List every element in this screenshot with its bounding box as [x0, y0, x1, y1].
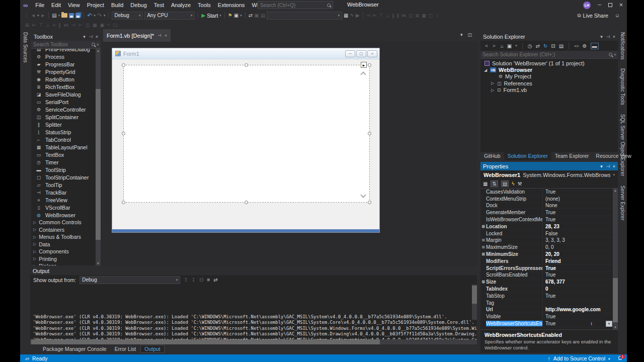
tab-output[interactable]: Output — [140, 345, 165, 353]
panel-close-icon[interactable]: × — [613, 34, 615, 39]
property-value[interactable]: 20, 20 — [542, 251, 613, 257]
property-value[interactable]: True — [542, 189, 613, 195]
toolbox-category[interactable]: ▷ Menus & Toolbars — [31, 233, 96, 241]
alphabetical-icon[interactable]: ⇅ — [491, 180, 498, 187]
back-dropdown-icon[interactable]: ▾ — [37, 14, 39, 18]
toolbox-item[interactable]: ▤ PrintPreviewDialog — [31, 49, 96, 53]
minimize-button[interactable]: ─ — [598, 3, 601, 8]
layout-icon[interactable]: ⊤ — [379, 13, 383, 18]
tab-close-icon[interactable]: × — [165, 33, 167, 38]
tab-solution-explorer[interactable]: Solution Explorer — [504, 152, 551, 160]
save-icon[interactable] — [69, 13, 74, 18]
find-symbols-icon[interactable]: ⇄ — [249, 13, 253, 18]
toolbox-search-box[interactable]: ▾ — [31, 41, 101, 49]
layout-tool-icon[interactable]: ⊢ — [78, 23, 83, 28]
preview-dropdown-icon[interactable]: ▾ — [240, 14, 242, 18]
back-icon[interactable]: ◄ — [484, 43, 489, 48]
toolbox-category[interactable]: ▷ Data — [31, 241, 96, 248]
toolbox-item[interactable]: ◉ RadioButton — [31, 75, 96, 83]
tab-package-manager-console[interactable]: Package Manager Console — [39, 345, 110, 352]
toolbox-item[interactable]: ⊣ TrackBar — [31, 189, 96, 196]
scrollbar-thumb[interactable] — [472, 286, 477, 304]
expand-icon[interactable]: ⊞ — [480, 280, 486, 284]
property-row[interactable]: ⊞ MinimumSize 20, 20 — [480, 251, 613, 258]
panel-pin-icon[interactable]: ⊤ — [605, 35, 610, 39]
clear-all-icon[interactable]: ⊟ — [199, 278, 203, 283]
undo-icon[interactable]: ↶ — [87, 13, 92, 19]
tree-item-form1[interactable]: ▷ ⊡ Form1.vb — [480, 87, 618, 94]
tree-item-my-project[interactable]: ⚙ My Project — [480, 73, 618, 80]
property-row[interactable]: Visible True — [480, 313, 613, 320]
property-value[interactable]: 3, 3, 3, 3 — [542, 237, 613, 244]
property-row[interactable]: ⊞ MaximumSize 0, 0 — [480, 244, 613, 251]
toolbox-item[interactable]: ▬ ToolStrip — [31, 166, 96, 173]
layout-tool-icon[interactable]: ⊥ — [46, 23, 50, 28]
resize-handle[interactable] — [368, 63, 371, 67]
property-value[interactable]: (none) — [542, 196, 613, 202]
property-row[interactable]: Dock None — [480, 203, 613, 210]
toolbox-item[interactable]: ≡ TreeView — [31, 196, 96, 204]
find-message-icon[interactable]: ↥ — [184, 278, 188, 283]
output-source-select[interactable]: Debug▾ — [79, 276, 180, 284]
panel-close-icon[interactable]: × — [613, 164, 615, 169]
property-row[interactable]: Tag — [480, 300, 613, 307]
property-value[interactable]: 0, 0 — [542, 244, 613, 250]
toolbox-item[interactable]: ∥ Splitter — [31, 121, 96, 128]
property-row[interactable]: CausesValidation True — [480, 189, 613, 196]
resize-handle[interactable] — [122, 63, 125, 67]
new-project-icon[interactable]: ▤ — [52, 13, 56, 18]
property-value[interactable]: True — [542, 272, 613, 279]
tree-item-solution[interactable]: Solution 'WebBrowser' (1 of 1 project) — [480, 60, 618, 66]
toolbox-item[interactable]: ⚙ Process — [31, 53, 96, 60]
view-code-icon[interactable]: <> — [574, 44, 579, 48]
panel-menu-icon[interactable]: ▾ — [600, 164, 603, 169]
layout-icon[interactable]: ∥ — [392, 13, 394, 18]
live-share-button[interactable]: ⧉ Live Share — [577, 13, 608, 19]
toolbox-category[interactable]: ▷ Containers — [31, 226, 96, 234]
redo-dropdown-icon[interactable]: ▾ — [104, 14, 106, 18]
toolbox-search-input[interactable] — [33, 42, 90, 47]
menu-item[interactable]: Analyze — [168, 2, 194, 9]
source-control-dropdown-icon[interactable]: ▴ — [608, 356, 610, 360]
comment-icon[interactable]: ▣ — [254, 13, 259, 18]
toolbox-item[interactable]: ≣ RichTextBox — [31, 83, 96, 90]
property-row[interactable]: ScrollBarsEnabled True — [480, 272, 613, 279]
run-macro-icon[interactable]: ▶ — [356, 13, 360, 18]
resize-handle[interactable] — [368, 201, 371, 204]
property-value[interactable]: 28, 23 — [542, 223, 613, 230]
tab-team-explorer[interactable]: Team Explorer — [551, 152, 593, 160]
side-tab-data-sources[interactable]: Data Sources — [23, 32, 28, 63]
layout-tool-icon[interactable]: ⊣ — [71, 23, 75, 28]
layout-tool-icon[interactable]: ∥ — [58, 23, 61, 28]
layout-tool-icon[interactable]: ▣ — [100, 23, 105, 28]
active-files-icon[interactable]: ▾ — [460, 32, 463, 37]
sync-icon[interactable]: ⇄ — [536, 43, 540, 49]
layout-tool-icon[interactable]: ⊨ — [32, 23, 36, 28]
property-value[interactable]: True I ▾ — [542, 320, 613, 327]
debug-target-select[interactable]: Debug▾ — [112, 12, 143, 20]
property-value[interactable]: False — [542, 230, 613, 237]
chevron-right-icon[interactable]: ▷ — [491, 81, 495, 85]
toolbox-menu-icon[interactable]: ▾ — [83, 34, 86, 39]
toolbox-scrollbar[interactable]: ▲ ▼ — [96, 49, 101, 265]
menu-item[interactable]: View — [64, 2, 84, 9]
preview-selected-icon[interactable]: ▬ — [591, 43, 599, 49]
smart-tag-button[interactable]: ▶ — [361, 62, 367, 68]
categorized-icon[interactable]: ▦ — [483, 181, 488, 187]
layout-tool-icon[interactable]: ▢ — [113, 23, 117, 28]
scroll-up-icon[interactable]: ▲ — [613, 189, 618, 192]
menu-item[interactable]: Test — [150, 2, 168, 9]
toolbox-item[interactable]: ▭ TextBox — [31, 151, 96, 158]
side-tab[interactable]: Diagnostic Tools — [620, 68, 625, 105]
toolbox-item[interactable]: ▰ ProgressBar — [31, 60, 96, 68]
property-value[interactable]: http://www.google.com — [542, 307, 613, 313]
menu-item[interactable]: Debug — [127, 2, 150, 9]
toggle-output-icon[interactable]: ⇄ — [213, 278, 217, 283]
layout-icon[interactable]: ◫ — [409, 13, 413, 18]
toolbox-category[interactable]: ▷ Dialogs — [31, 262, 96, 265]
property-pages-icon[interactable]: ⚒ — [518, 181, 522, 187]
toolbox-item[interactable]: ⌐ TabControl — [31, 136, 96, 143]
property-row[interactable]: Modifiers Friend — [480, 258, 613, 265]
scroll-up-icon[interactable]: ▲ — [96, 49, 101, 52]
tab-github[interactable]: GitHub — [480, 152, 504, 160]
